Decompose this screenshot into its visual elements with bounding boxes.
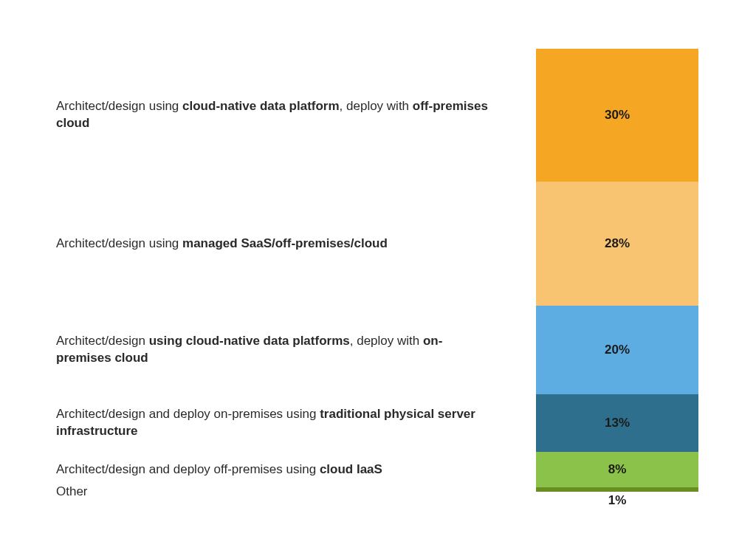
- segment-bar: [536, 49, 698, 182]
- segment-label: Architect/design using cloud-native data…: [56, 306, 492, 394]
- segment-label: Other: [56, 483, 492, 501]
- chart-area: Architect/design using cloud-native data…: [56, 49, 706, 507]
- segment-bar: [536, 452, 698, 487]
- segment-bar: [536, 182, 698, 306]
- stacked-bar-chart: Architect/design using cloud-native data…: [0, 0, 756, 539]
- chart-row: Other1%: [56, 487, 706, 492]
- segment-bar: [536, 487, 698, 492]
- segment-bar: [536, 394, 698, 452]
- segment-label: Architect/design using managed SaaS/off-…: [56, 182, 492, 306]
- chart-row: Architect/design using cloud-native data…: [56, 306, 706, 394]
- segment-value: 1%: [536, 492, 698, 511]
- segment-label: Architect/design and deploy off-premises…: [56, 452, 492, 487]
- chart-row: Architect/design and deploy on-premises …: [56, 394, 706, 452]
- chart-row: Architect/design and deploy off-premises…: [56, 452, 706, 487]
- segment-bar: [536, 306, 698, 394]
- chart-row: Architect/design using cloud-native data…: [56, 49, 706, 182]
- segment-label: Architect/design and deploy on-premises …: [56, 394, 492, 452]
- chart-row: Architect/design using managed SaaS/off-…: [56, 182, 706, 306]
- segment-label: Architect/design using cloud-native data…: [56, 49, 492, 182]
